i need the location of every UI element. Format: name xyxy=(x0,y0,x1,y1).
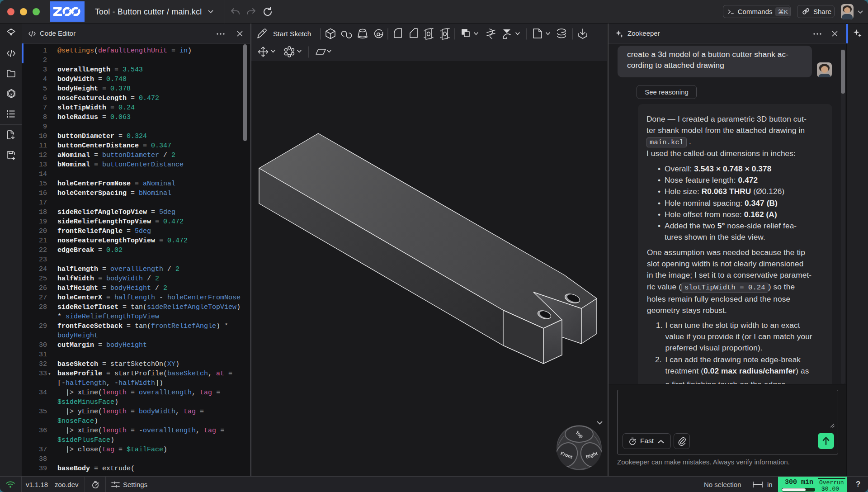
svg-text:Start Sketch: Start Sketch xyxy=(273,30,311,38)
svg-text:x: x xyxy=(10,91,13,96)
